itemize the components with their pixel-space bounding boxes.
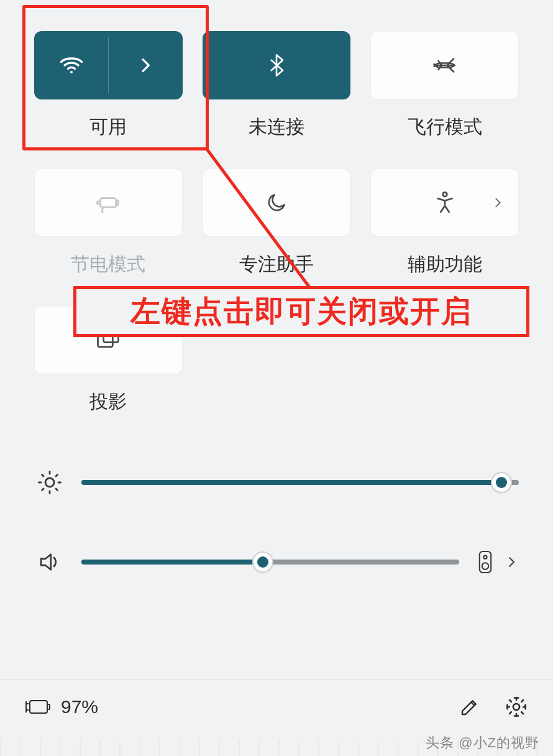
tiles-grid: 可用 未连接 飞行 xyxy=(34,31,519,415)
sliders-section xyxy=(34,469,519,575)
volume-row xyxy=(34,549,519,575)
battery-saver-icon xyxy=(94,189,122,216)
bluetooth-icon xyxy=(264,53,289,78)
battery-charging-icon xyxy=(25,698,52,716)
accessibility-tile[interactable] xyxy=(370,168,519,237)
tile-wrapper-project: 投影 xyxy=(34,306,183,415)
footer-actions xyxy=(459,695,528,719)
svg-rect-5 xyxy=(98,336,113,347)
chevron-right-icon[interactable] xyxy=(504,555,519,569)
volume-output-group xyxy=(475,549,519,575)
battery-saver-label: 节电模式 xyxy=(71,252,145,277)
quick-settings-panel: 可用 未连接 飞行 xyxy=(0,0,553,756)
tile-wrapper-battery-saver: 节电模式 xyxy=(34,168,183,277)
svg-point-9 xyxy=(483,556,487,559)
focus-assist-tile[interactable] xyxy=(203,168,351,237)
wifi-tile[interactable] xyxy=(34,31,183,99)
svg-rect-13 xyxy=(47,704,50,709)
brightness-thumb[interactable] xyxy=(491,472,512,493)
tile-wrapper-accessibility: 辅助功能 xyxy=(370,168,519,277)
svg-rect-6 xyxy=(104,331,119,342)
svg-rect-1 xyxy=(100,198,116,208)
moon-icon xyxy=(265,191,288,214)
tile-wrapper-bluetooth: 未连接 xyxy=(203,31,351,140)
watermark-text: 头条 @小Z的视野 xyxy=(426,734,539,752)
wifi-label: 可用 xyxy=(89,114,127,140)
svg-rect-2 xyxy=(116,200,119,205)
wifi-icon xyxy=(58,52,85,79)
focus-assist-label: 专注助手 xyxy=(239,252,314,277)
project-label: 投影 xyxy=(89,389,127,415)
svg-point-7 xyxy=(45,478,54,487)
svg-point-10 xyxy=(482,563,489,569)
volume-slider[interactable] xyxy=(81,560,459,565)
brightness-slider[interactable] xyxy=(81,480,519,485)
chevron-right-icon xyxy=(135,55,155,75)
airplane-label: 飞行模式 xyxy=(408,114,482,140)
airplane-tile[interactable] xyxy=(370,31,519,99)
svg-point-14 xyxy=(513,703,519,709)
volume-thumb[interactable] xyxy=(252,551,273,573)
accessibility-icon xyxy=(432,190,457,215)
battery-status[interactable]: 97% xyxy=(25,696,98,717)
project-icon xyxy=(94,326,122,354)
bluetooth-tile[interactable] xyxy=(203,31,351,99)
accessibility-label: 辅助功能 xyxy=(408,252,482,277)
chevron-right-icon xyxy=(491,196,505,210)
tile-wrapper-wifi: 可用 xyxy=(34,31,183,140)
settings-button[interactable] xyxy=(505,695,528,719)
tile-wrapper-airplane: 飞行模式 xyxy=(370,31,519,140)
svg-point-4 xyxy=(442,192,447,196)
svg-rect-12 xyxy=(30,701,47,713)
wifi-expand-half[interactable] xyxy=(108,31,182,99)
footer-bar: 97% xyxy=(0,679,553,734)
audio-output-icon[interactable] xyxy=(475,549,495,575)
edit-button[interactable] xyxy=(459,696,481,718)
bluetooth-label: 未连接 xyxy=(249,114,304,140)
volume-icon xyxy=(34,549,65,575)
battery-percent: 97% xyxy=(61,696,98,717)
wifi-toggle-half[interactable] xyxy=(34,31,108,99)
brightness-row xyxy=(34,469,519,496)
svg-point-3 xyxy=(98,201,100,204)
tile-divider xyxy=(108,37,109,93)
project-tile[interactable] xyxy=(34,306,183,374)
tile-wrapper-focus: 专注助手 xyxy=(203,168,351,277)
battery-saver-tile[interactable] xyxy=(34,168,183,237)
svg-point-0 xyxy=(70,71,73,73)
brightness-icon xyxy=(34,469,65,496)
airplane-icon xyxy=(432,52,458,78)
